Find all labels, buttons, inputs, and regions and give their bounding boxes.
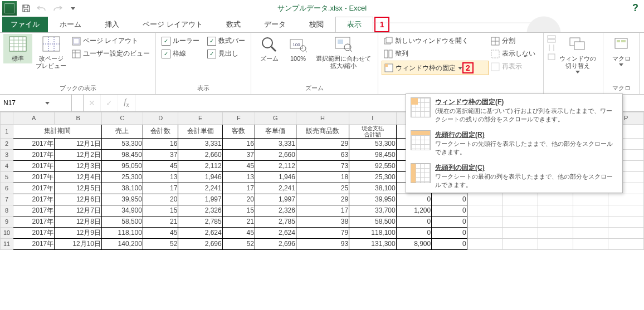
chevron-down-icon[interactable] [43, 99, 51, 107]
menu-freeze-panes[interactable]: ウィンドウ枠の固定(F)(現在の選択範囲に基づいて) 行および列を表示したままで… [406, 94, 622, 127]
data-row[interactable]: 92017年12月8日58,500212,785212,7853858,5000… [1, 216, 644, 227]
group-macro-label: マクロ [607, 84, 636, 94]
page-layout-icon [72, 37, 81, 46]
chk-headings[interactable]: 見出し [205, 48, 247, 60]
tab-view[interactable]: 表示 [335, 17, 373, 32]
excel-icon [2, 1, 17, 16]
freeze-first-col-icon [411, 163, 431, 183]
svg-text:100: 100 [292, 42, 300, 47]
tab-data[interactable]: データ [252, 17, 297, 32]
window-title: サンプルデータ.xlsx - Excel [0, 3, 644, 13]
normal-view-icon [8, 35, 27, 54]
svg-rect-27 [617, 40, 620, 42]
btn-zoom-100[interactable]: 100 100% [284, 34, 313, 63]
btn-macros[interactable]: マクロ [607, 34, 636, 67]
hide-icon [491, 50, 500, 58]
btn-freeze-panes[interactable]: ウィンドウ枠の固定 2 [382, 61, 489, 75]
custom-views-icon [72, 50, 81, 58]
group-views-label: ブックの表示 [3, 84, 152, 94]
cancel-icon[interactable]: ✕ [84, 95, 101, 111]
svg-rect-15 [389, 50, 392, 58]
data-row[interactable]: 102017年12月9日118,100452,624452,62479118,1… [1, 227, 644, 238]
data-row[interactable]: 72017年12月6日39,950201,997201,9972939,9500… [1, 194, 644, 205]
tab-formulas[interactable]: 数式 [214, 17, 252, 32]
fx-icon[interactable]: fx [118, 95, 135, 111]
svg-rect-10 [338, 40, 343, 44]
svg-rect-25 [574, 42, 584, 50]
svg-rect-0 [9, 37, 26, 51]
btn-switch-windows[interactable]: ウィンドウの 切り替え [556, 34, 599, 75]
menu-freeze-first-col[interactable]: 先頭列の固定(C)ワークシートの最初の列を表示したままで、他の部分をスクロールで… [406, 160, 622, 193]
group-show-label: 表示 [159, 84, 247, 94]
name-box[interactable] [0, 95, 72, 111]
chk-formula-bar[interactable]: 数式バー [205, 35, 247, 47]
chevron-down-icon [575, 71, 580, 73]
name-box-input[interactable] [2, 99, 43, 107]
btn-zoom-selection[interactable]: 選択範囲に合わせて 拡大/縮小 [313, 34, 374, 71]
data-row[interactable]: 82017年12月7日34,900152,326152,3261733,7001… [1, 205, 644, 216]
data-row[interactable]: 112017年12月10日140,200522,696522,69693131,… [1, 238, 644, 249]
svg-rect-14 [384, 50, 388, 58]
tab-review[interactable]: 校閲 [297, 17, 335, 32]
ribbon-view: 標準 改ページ プレビュー ページ レイアウト [0, 32, 644, 95]
svg-rect-22 [548, 40, 555, 42]
chevron-down-icon [619, 63, 623, 66]
btn-new-window[interactable]: 新しいウィンドウを開く [382, 35, 489, 47]
qat-more-icon[interactable] [67, 2, 79, 14]
svg-rect-17 [385, 64, 388, 67]
chk-gridlines[interactable]: 枠線 [159, 48, 202, 60]
svg-rect-28 [621, 40, 626, 42]
svg-rect-26 [615, 38, 627, 48]
zoom-selection-icon [334, 35, 353, 54]
undo-icon[interactable] [36, 2, 48, 14]
chevron-down-icon [458, 67, 462, 70]
checkbox-icon [162, 50, 170, 58]
checkbox-icon [207, 50, 216, 58]
svg-rect-13 [386, 37, 392, 43]
tab-insert[interactable]: 挿入 [93, 17, 131, 32]
checkbox-icon [162, 37, 170, 46]
menu-freeze-top-row[interactable]: 先頭行の固定(R)ワークシートの先頭行を表示したままで、他の部分をスクロールでき… [406, 127, 622, 160]
help-icon[interactable]: ? [632, 2, 638, 14]
svg-rect-4 [72, 50, 80, 58]
arrange-icon [384, 50, 393, 58]
btn-hide[interactable]: 表示しない [489, 48, 540, 60]
btn-normal-view[interactable]: 標準 [3, 34, 32, 63]
tab-home[interactable]: ホーム [48, 17, 93, 32]
checkbox-icon [207, 37, 216, 46]
freeze-top-row-icon [411, 130, 431, 150]
zoom-100-icon: 100 [289, 35, 308, 54]
freeze-panes-icon [384, 63, 393, 72]
btn-page-layout[interactable]: ページ レイアウト [70, 35, 152, 47]
freeze-panes-menu: ウィンドウ枠の固定(F)(現在の選択範囲に基づいて) 行および列を表示したままで… [406, 94, 623, 193]
enter-icon[interactable]: ✓ [101, 95, 118, 111]
btn-arrange[interactable]: 整列 [382, 48, 489, 60]
redo-icon[interactable] [51, 2, 64, 14]
pagebreak-icon [42, 35, 61, 54]
tab-file[interactable]: ファイル [2, 17, 48, 32]
btn-pagebreak-preview[interactable]: 改ページ プレビュー [32, 34, 70, 71]
btn-split[interactable]: 分割 [489, 35, 540, 47]
macro-icon [612, 35, 631, 54]
btn-custom-views[interactable]: ユーザー設定のビュー [70, 48, 152, 60]
zoom-icon [260, 35, 279, 54]
sync-scroll-icon [547, 44, 556, 52]
tab-page-layout[interactable]: ページ レイアウト [131, 17, 214, 32]
freeze-panes-icon [411, 97, 431, 117]
reset-pos-icon [547, 53, 556, 61]
titlebar: サンプルデータ.xlsx - Excel ? [0, 0, 644, 17]
svg-point-5 [262, 38, 272, 48]
compare-icon [547, 35, 556, 43]
switch-windows-icon [568, 35, 587, 54]
ribbon-tabs: ファイル ホーム 挿入 ページ レイアウト 数式 データ 校閲 表示 1 [0, 17, 644, 32]
save-icon[interactable] [20, 2, 32, 14]
new-window-icon [384, 37, 393, 46]
callout-1: 1 [374, 17, 390, 32]
btn-unhide: 再表示 [489, 61, 540, 72]
chk-ruler[interactable]: ルーラー [159, 35, 202, 47]
btn-zoom[interactable]: ズーム [255, 34, 284, 63]
group-zoom-label: ズーム [255, 84, 374, 94]
callout-2: 2 [462, 62, 474, 73]
svg-rect-19 [491, 50, 499, 58]
svg-rect-20 [491, 63, 499, 71]
